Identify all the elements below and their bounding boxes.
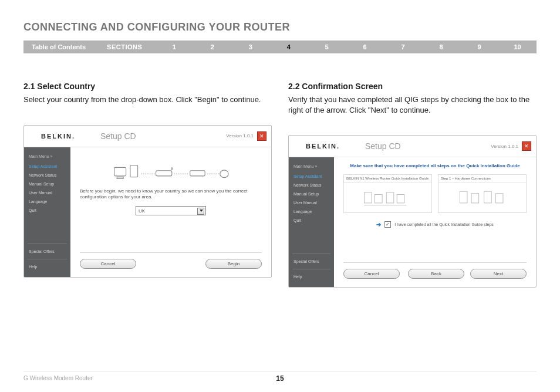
section-link-10[interactable]: 10 [498, 43, 537, 50]
subsection-body: Verify that you have completed all QIG s… [288, 94, 537, 115]
section-link-4[interactable]: 4 [269, 43, 308, 50]
svg-rect-8 [375, 194, 383, 202]
begin-button[interactable]: Begin [205, 259, 262, 269]
section-link-3[interactable]: 3 [231, 43, 269, 50]
sidebar-item-language[interactable]: Language [289, 207, 334, 216]
brand-logo: BELKIN [289, 143, 357, 150]
back-button[interactable]: Back [408, 269, 464, 279]
svg-rect-12 [472, 193, 480, 202]
screenshot-confirmation: BELKIN Setup CD Version 1.0.1 ✕ Main Men… [288, 135, 537, 288]
sidebar-item-manual-setup[interactable]: Manual Setup [289, 190, 334, 198]
brand-logo: BELKIN [24, 133, 92, 140]
sidebar-header: Main Menu » [24, 153, 70, 162]
sidebar-item-special-offers[interactable]: Special Offers [289, 257, 334, 266]
prompt-text: Before you begin, we need to know your c… [80, 188, 262, 201]
section-link-2[interactable]: 2 [193, 43, 231, 50]
page-title: CONNECTING AND CONFIGURING YOUR ROUTER [23, 21, 537, 33]
svg-rect-11 [460, 191, 468, 203]
sidebar-item-special-offers[interactable]: Special Offers [24, 247, 70, 256]
qig-pane-title: BELKIN N1 Wireless Router Quick Installa… [344, 175, 431, 183]
screenshot-main: Before you begin, we need to know your c… [70, 147, 271, 277]
cancel-button[interactable]: Cancel [80, 259, 136, 269]
next-button[interactable]: Next [470, 269, 527, 279]
screenshot-main: Make sure that you have completed all st… [334, 157, 536, 287]
sidebar-item-language[interactable]: Language [24, 197, 70, 206]
close-icon[interactable]: ✕ [522, 141, 531, 151]
subsection-heading: 2.1 Select Country [23, 82, 272, 91]
svg-rect-9 [387, 192, 394, 203]
qig-preview: BELKIN N1 Wireless Router Quick Installa… [343, 174, 527, 213]
manual-page: CONNECTING AND CONFIGURING YOUR ROUTER T… [0, 0, 560, 392]
version-label: Version 1.0.1 [226, 133, 254, 138]
network-diagram-icon [80, 153, 262, 181]
svg-rect-0 [114, 167, 126, 176]
sidebar-item-quit[interactable]: Quit [289, 216, 334, 225]
page-footer: G Wireless Modem Router 15 [23, 371, 537, 381]
column-confirmation: 2.2 Confirmation Screen Verify that you … [288, 82, 537, 288]
window-title: Setup CD [100, 131, 136, 141]
confirmation-checkbox-label: I have completed all the Quick Installat… [394, 222, 493, 227]
svg-rect-14 [496, 193, 504, 202]
sidebar-item-user-manual[interactable]: User Manual [24, 188, 70, 197]
arrow-right-icon: ➔ [376, 221, 381, 228]
screenshot-select-country: BELKIN Setup CD Version 1.0.1 ✕ Main Men… [23, 125, 272, 278]
sidebar-item-help[interactable]: Help [289, 272, 334, 281]
svg-rect-3 [156, 170, 172, 175]
footer-product-name: G Wireless Modem Router [23, 375, 93, 381]
svg-rect-7 [365, 192, 372, 203]
svg-rect-2 [130, 165, 138, 177]
sections-label: SECTIONS [94, 43, 155, 50]
window-header: BELKIN Setup CD Version 1.0.1 ✕ [24, 126, 271, 147]
section-link-7[interactable]: 7 [384, 43, 422, 50]
sidebar-item-manual-setup[interactable]: Manual Setup [24, 180, 70, 188]
svg-rect-5 [190, 170, 205, 175]
sidebar: Main Menu » Setup Assistant Network Stat… [289, 157, 334, 287]
country-select-value: UK [139, 208, 145, 214]
sidebar-item-help[interactable]: Help [24, 262, 70, 271]
svg-point-6 [220, 170, 229, 177]
section-nav: Table of Contents SECTIONS 1 2 3 4 5 6 7… [23, 40, 537, 53]
chevron-down-icon [200, 209, 203, 212]
confirmation-checkbox[interactable]: ✓ [384, 221, 391, 228]
section-link-1[interactable]: 1 [155, 43, 193, 50]
cancel-button[interactable]: Cancel [343, 269, 400, 279]
sidebar-item-quit[interactable]: Quit [24, 206, 70, 215]
svg-point-4 [171, 167, 173, 169]
section-link-8[interactable]: 8 [422, 43, 460, 50]
column-select-country: 2.1 Select Country Select your country f… [23, 82, 272, 288]
svg-rect-1 [117, 177, 123, 178]
subsection-body: Select your country from the drop-down b… [23, 94, 272, 105]
section-link-9[interactable]: 9 [460, 43, 498, 50]
section-link-5[interactable]: 5 [308, 43, 346, 50]
window-title: Setup CD [365, 141, 401, 151]
version-label: Version 1.0.1 [491, 144, 518, 149]
section-link-6[interactable]: 6 [346, 43, 384, 50]
sidebar-item-setup-assistant[interactable]: Setup Assistant [289, 172, 334, 181]
sidebar-item-network-status[interactable]: Network Status [24, 171, 70, 180]
sidebar-item-network-status[interactable]: Network Status [289, 181, 334, 190]
sidebar-item-setup-assistant[interactable]: Setup Assistant [24, 162, 70, 171]
toc-link[interactable]: Table of Contents [23, 43, 94, 50]
svg-rect-13 [484, 191, 492, 203]
subsection-heading: 2.2 Confirmation Screen [288, 82, 537, 91]
svg-rect-10 [397, 194, 405, 202]
qig-pane-right: Step 1 – Hardware Connections [438, 174, 527, 213]
page-number: 15 [276, 374, 284, 383]
router-diagram-icon [344, 183, 431, 212]
sidebar-header: Main Menu » [289, 163, 334, 172]
instruction-banner: Make sure that you have completed all st… [343, 163, 527, 168]
sidebar-item-user-manual[interactable]: User Manual [289, 198, 334, 207]
sidebar: Main Menu » Setup Assistant Network Stat… [24, 147, 70, 277]
window-header: BELKIN Setup CD Version 1.0.1 ✕ [289, 136, 536, 157]
country-select[interactable]: UK [136, 206, 206, 215]
qig-pane-title: Step 1 – Hardware Connections [438, 175, 526, 183]
confirmation-checkbox-row: ➔ ✓ I have completed all the Quick Insta… [343, 221, 527, 228]
close-icon[interactable]: ✕ [257, 131, 266, 141]
steps-diagram-icon [438, 183, 526, 212]
qig-pane-left: BELKIN N1 Wireless Router Quick Installa… [343, 174, 432, 213]
content-columns: 2.1 Select Country Select your country f… [23, 82, 537, 288]
